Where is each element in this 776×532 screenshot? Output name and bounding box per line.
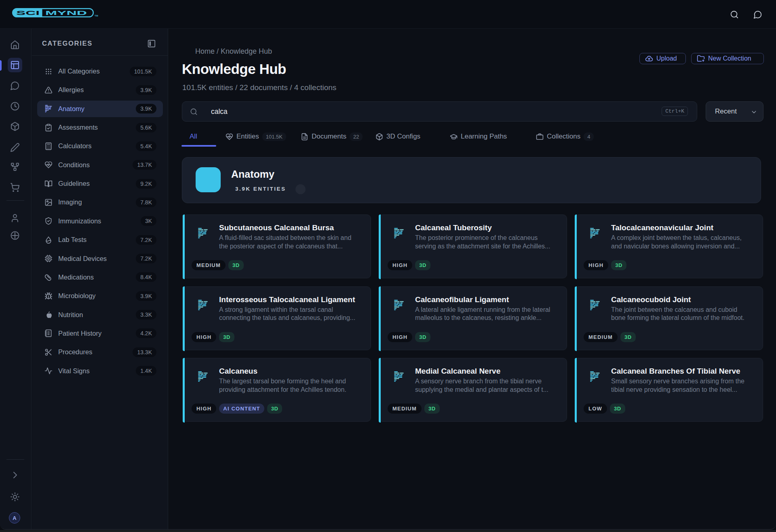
svg-text:MYND: MYND [45,9,87,16]
svg-text:SCI: SCI [16,9,40,16]
